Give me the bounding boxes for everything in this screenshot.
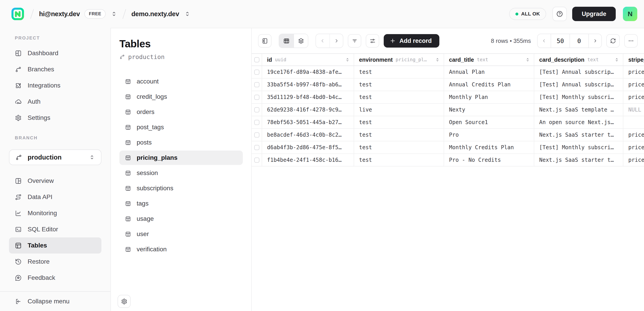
table-list-item-user[interactable]: user (120, 227, 243, 241)
sidebar-item-restore[interactable]: Restore (9, 254, 102, 270)
cell-environment[interactable]: test (354, 116, 444, 128)
select-all-checkbox[interactable] (254, 57, 260, 62)
collapse-panel-button[interactable] (258, 34, 272, 48)
cell-environment[interactable]: test (354, 129, 444, 141)
layers-view-button[interactable] (294, 34, 308, 48)
grid-view-button[interactable] (279, 34, 294, 48)
nexty-logo-icon[interactable] (10, 6, 25, 21)
cell-stripe[interactable]: price (623, 141, 644, 154)
project-breadcrumb[interactable]: demo.nexty.dev (131, 10, 179, 18)
cell-id[interactable]: 19ce176f-d89a-4838-afe… (262, 66, 354, 78)
collapse-menu-button[interactable]: Collapse menu (9, 292, 102, 311)
cell-id[interactable]: d6ab4f3b-2d86-475e-8f5… (262, 141, 354, 154)
sidebar-item-feedback[interactable]: Feedback (9, 270, 102, 286)
column-header-stripe[interactable]: stripe_ (623, 54, 644, 66)
table-row[interactable]: 62de9238-416f-4278-9c9…liveNextyNext.js … (252, 104, 644, 116)
org-breadcrumb[interactable]: hi@nexty.dev (39, 10, 80, 18)
sidebar-item-dashboard[interactable]: Dashboard (9, 45, 102, 61)
cell-card_title[interactable]: Open Source1 (444, 116, 534, 128)
cell-stripe[interactable]: price (623, 66, 644, 78)
refresh-button[interactable] (606, 34, 620, 48)
column-header-id[interactable]: iduuid (262, 54, 354, 66)
next-record-button[interactable] (330, 34, 343, 48)
sidebar-item-tables[interactable]: Tables (9, 238, 102, 254)
table-list-item-usage[interactable]: usage (120, 212, 243, 226)
cell-id[interactable]: f1b4be4e-24f1-458c-b16… (262, 154, 354, 166)
row-checkbox[interactable] (254, 158, 260, 163)
row-checkbox[interactable] (254, 82, 260, 87)
sidebar-item-sql-editor[interactable]: SQL Editor (9, 221, 102, 238)
table-list-item-posts[interactable]: posts (120, 135, 243, 150)
org-selector-chevrons-icon[interactable] (110, 10, 117, 17)
cell-card_description[interactable]: [Test] Annual subscrip… (534, 78, 623, 91)
table-list-item-post-tags[interactable]: post_tags (120, 120, 243, 134)
sidebar-item-branches[interactable]: Branches (9, 61, 102, 78)
cell-card_description[interactable]: Next.js SaaS starter t… (534, 129, 623, 141)
cell-card_description[interactable]: Next.js SaaS template … (534, 104, 623, 116)
table-row[interactable]: be8acdef-46d3-4c0b-8c2…testProNext.js Sa… (252, 129, 644, 141)
cell-card_description[interactable]: Next.js SaaS starter t… (534, 154, 623, 166)
cell-card_description[interactable]: [Test] Monthly subscri… (534, 91, 623, 103)
cell-card_title[interactable]: Pro (444, 129, 534, 141)
branch-selector[interactable]: production (9, 150, 102, 165)
page-next-button[interactable] (588, 34, 601, 48)
row-checkbox[interactable] (254, 132, 260, 138)
project-selector-chevrons-icon[interactable] (184, 10, 191, 17)
row-checkbox[interactable] (254, 120, 260, 125)
page-offset-value[interactable]: 0 (570, 34, 588, 48)
cell-card_title[interactable]: Annual Plan (444, 66, 534, 78)
table-list-item-subscriptions[interactable]: subscriptions (120, 181, 243, 196)
cell-environment[interactable]: test (354, 141, 444, 154)
sidebar-item-overview[interactable]: Overview (9, 173, 102, 189)
table-row[interactable]: f1b4be4e-24f1-458c-b16…testPro - No Cred… (252, 154, 644, 166)
cell-stripe[interactable]: NULL (623, 104, 644, 116)
add-record-button[interactable]: Add record (384, 34, 439, 48)
table-list-item-session[interactable]: session (120, 166, 243, 180)
panel-settings-button[interactable] (118, 295, 130, 308)
sidebar-item-auth[interactable]: Auth (9, 94, 102, 110)
upgrade-button[interactable]: Upgrade (572, 7, 616, 21)
cell-card_title[interactable]: Monthly Credits Plan (444, 141, 534, 154)
more-options-button[interactable] (624, 34, 638, 48)
cell-stripe[interactable]: price (623, 154, 644, 166)
column-header-environment[interactable]: environmentpricing_pl… (354, 54, 444, 66)
cell-environment[interactable]: test (354, 154, 444, 166)
table-list-item-credit-logs[interactable]: credit_logs (120, 90, 243, 104)
column-header-card-description[interactable]: card_descriptiontext (534, 54, 623, 66)
cell-card_description[interactable]: [Test] Monthly subscri… (534, 141, 623, 154)
prev-record-button[interactable] (316, 34, 330, 48)
cell-card_title[interactable]: Monthly Plan (444, 91, 534, 103)
cell-stripe[interactable]: price (623, 78, 644, 91)
sidebar-item-integrations[interactable]: Integrations (9, 78, 102, 94)
column-header-card-title[interactable]: card_titletext (444, 54, 534, 66)
cell-environment[interactable]: test (354, 66, 444, 78)
page-prev-button[interactable] (538, 34, 551, 48)
cell-stripe[interactable]: price (623, 129, 644, 141)
cell-stripe[interactable] (623, 116, 644, 128)
cell-environment[interactable]: live (354, 104, 444, 116)
row-checkbox[interactable] (254, 70, 260, 75)
sidebar-item-settings[interactable]: Settings (9, 110, 102, 126)
row-checkbox[interactable] (254, 145, 260, 150)
help-button[interactable] (552, 7, 567, 21)
cell-id[interactable]: be8acdef-46d3-4c0b-8c2… (262, 129, 354, 141)
cell-card_description[interactable]: [Test] Annual subscrip… (534, 66, 623, 78)
table-row[interactable]: 78ebf563-5051-445a-b27…testOpen Source1A… (252, 116, 644, 129)
table-row[interactable]: 33ba5f54-b997-48fb-ab6…testAnnual Credit… (252, 78, 644, 91)
row-checkbox[interactable] (254, 107, 260, 112)
page-size-value[interactable]: 50 (551, 34, 570, 48)
cell-card_title[interactable]: Nexty (444, 104, 534, 116)
table-list-item-pricing-plans[interactable]: pricing_plans (120, 150, 243, 165)
column-settings-button[interactable] (366, 34, 379, 48)
cell-id[interactable]: 78ebf563-5051-445a-b27… (262, 116, 354, 128)
row-checkbox[interactable] (254, 95, 260, 100)
cell-id[interactable]: 33ba5f54-b997-48fb-ab6… (262, 78, 354, 91)
table-list-item-orders[interactable]: orders (120, 105, 243, 119)
sidebar-item-monitoring[interactable]: Monitoring (9, 205, 102, 221)
table-row[interactable]: 19ce176f-d89a-4838-afe…testAnnual Plan[T… (252, 66, 644, 78)
cell-card_title[interactable]: Pro - No Credits (444, 154, 534, 166)
table-list-item-account[interactable]: account (120, 74, 243, 89)
filter-button[interactable] (348, 34, 361, 48)
cell-card_description[interactable]: An open source Next.js… (534, 116, 623, 128)
table-row[interactable]: 35d11129-bf48-4bd0-b4c…testMonthly Plan[… (252, 91, 644, 104)
